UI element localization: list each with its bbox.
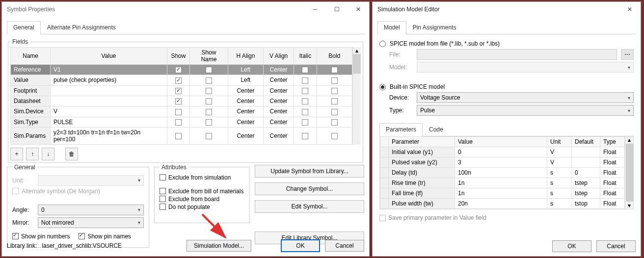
add-field-button[interactable]: ＋ [10, 148, 23, 160]
unit-label: Unit: [12, 177, 34, 184]
table-row[interactable]: Sim.DeviceVCenterCenter [11, 106, 352, 117]
sim-tabs: Model Pin Assignments [377, 21, 636, 34]
simulation-model-button[interactable]: Simulation Model... [187, 240, 251, 252]
move-up-button[interactable]: ↑ [26, 148, 39, 160]
type-label: Type: [389, 107, 413, 114]
alt-symbol-checkbox: Alternate symbol (De Morgan) [12, 188, 144, 195]
table-row[interactable]: Pulse width (tw)20nststopFloat [380, 199, 625, 209]
show-pin-names-checkbox[interactable]: Show pin names [79, 233, 131, 240]
save-primary-checkbox[interactable]: Save primary parameter in Value field [379, 214, 486, 221]
column-header[interactable]: H Align [228, 48, 263, 65]
close-button[interactable]: ✕ [619, 2, 641, 17]
cancel-button[interactable]: Cancel [596, 240, 636, 252]
move-down-button[interactable]: ↓ [42, 148, 54, 160]
column-header[interactable]: Italic [294, 48, 317, 65]
table-row[interactable]: Valuepulse (check properties)LeftCenter [11, 75, 352, 85]
column-header[interactable]: Name [11, 48, 51, 65]
browse-file-button: ⋯ [621, 49, 634, 60]
table-row[interactable]: ReferenceV1LeftCenter [11, 65, 352, 75]
ok-button[interactable]: OK [552, 240, 591, 252]
file-label: File: [389, 51, 413, 58]
tab-code[interactable]: Code [423, 123, 450, 136]
tab-alternate-pins[interactable]: Alternate Pin Assignments [41, 21, 122, 34]
model-select: ▾ [417, 62, 634, 73]
dnp-checkbox[interactable]: Do not populate [160, 204, 244, 210]
maximize-button[interactable]: ☐ [326, 2, 348, 17]
mirror-select[interactable]: Not mirrored▾ [38, 217, 144, 228]
attributes-group-title: Attributes [160, 164, 188, 171]
params-scrollbar[interactable]: ▴ ▾ [625, 136, 633, 209]
device-label: Device: [389, 94, 413, 101]
angle-label: Angle: [12, 206, 34, 213]
tab-model[interactable]: Model [377, 21, 406, 34]
table-row[interactable]: DatasheetCenterCenter [11, 96, 352, 106]
radio-builtin[interactable]: Built-in SPICE model [379, 83, 634, 90]
exclude-board-checkbox[interactable]: Exclude from board [160, 196, 244, 203]
close-button[interactable]: ✕ [348, 2, 369, 17]
table-row[interactable]: Initial value (y1)0VFloat [380, 147, 625, 157]
unit-select: ▾ [38, 175, 144, 186]
radio-spice-file[interactable]: SPICE model from file (*.lib, *.sub or *… [379, 40, 634, 47]
show-pin-numbers-checkbox[interactable]: Show pin numbers [12, 233, 70, 240]
device-select[interactable]: Voltage Source▾ [417, 92, 634, 103]
general-group-title: General [12, 164, 37, 171]
change-symbol-button[interactable]: Change Symbol... [255, 182, 364, 195]
window-title: Simulation Model Editor [377, 6, 619, 13]
tab-pin-assignments[interactable]: Pin Assignments [406, 21, 463, 34]
ok-button[interactable]: OK [281, 239, 320, 252]
library-link-label: Library link: [7, 242, 37, 249]
table-row[interactable]: Delay (td)100ns0Float [380, 168, 625, 178]
table-row[interactable]: FootprintCenterCenter [11, 85, 352, 96]
fields-table[interactable]: NameValueShowShow NameH AlignV AlignItal… [10, 47, 352, 145]
titlebar: Symbol Properties ─ ☐ ✕ [2, 2, 369, 17]
table-row[interactable]: Sim.TypePULSECenterCenter [11, 117, 352, 127]
library-link-value: laser_driver_schlib:VSOURCE [42, 242, 182, 249]
column-header[interactable]: V Align [264, 48, 294, 65]
minimize-button[interactable]: ─ [304, 2, 326, 17]
cancel-button[interactable]: Cancel [325, 240, 364, 252]
tab-parameters[interactable]: Parameters [379, 123, 423, 136]
parameters-table[interactable]: Parameter Value Unit Default Type Initia… [380, 136, 625, 209]
table-row[interactable]: Fall time (tf)1nststepFloat [380, 188, 625, 199]
column-header[interactable]: Show Name [190, 48, 228, 65]
fields-scrollbar[interactable]: ▴ [352, 47, 361, 145]
delete-field-button[interactable]: 🗑 [65, 148, 78, 160]
exclude-bom-checkbox[interactable]: Exclude from bill of materials [160, 188, 244, 195]
main-tabs: General Alternate Pin Assignments [7, 21, 364, 34]
window-title: Symbol Properties [7, 6, 304, 13]
model-label: Model: [389, 64, 413, 71]
table-row[interactable]: Sim.Paramsy2=3 td=100n tr=1n tf=1n tw=20… [11, 127, 352, 144]
column-header[interactable]: Bold [317, 48, 352, 65]
titlebar: Simulation Model Editor ✕ [373, 2, 641, 17]
table-row[interactable]: Pulsed value (y2)3VFloat [380, 157, 625, 168]
angle-select[interactable]: 0▾ [38, 205, 144, 215]
file-input [417, 49, 617, 60]
table-row[interactable]: Rise time (tr)1nststepFloat [380, 178, 625, 188]
fields-legend: Fields [10, 38, 30, 45]
edit-symbol-button[interactable]: Edit Symbol... [255, 200, 364, 213]
tab-general[interactable]: General [7, 21, 41, 34]
column-header[interactable]: Show [167, 48, 190, 65]
mirror-label: Mirror: [12, 219, 34, 226]
update-symbol-button[interactable]: Update Symbol from Library... [255, 165, 364, 178]
column-header[interactable]: Value [50, 48, 167, 65]
type-select[interactable]: Pulse▾ [417, 105, 634, 116]
exclude-sim-checkbox[interactable]: Exclude from simulation [160, 174, 244, 181]
